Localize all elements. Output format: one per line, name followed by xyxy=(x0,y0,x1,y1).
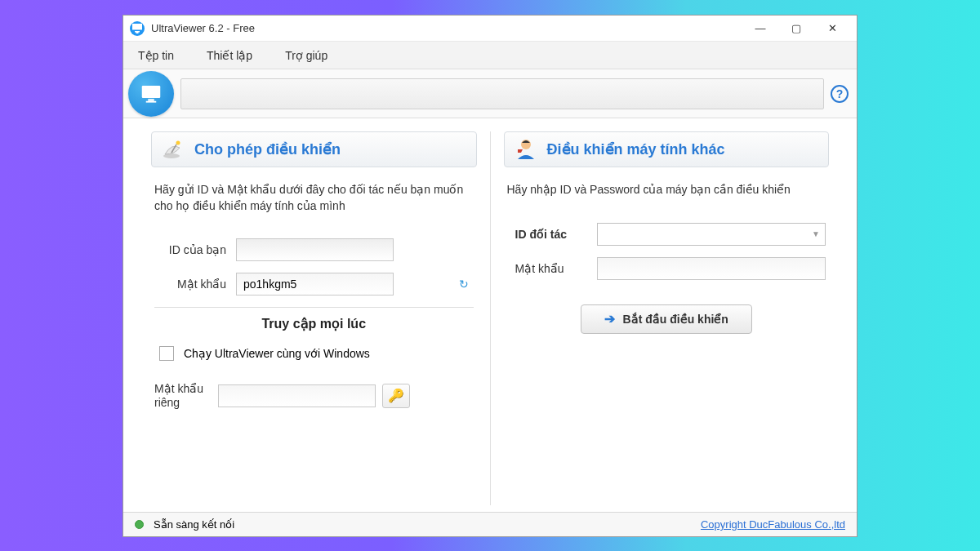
partner-password-field[interactable] xyxy=(597,257,826,280)
startup-checkbox-label: Chạy UltraViewer cùng với Windows xyxy=(184,347,370,360)
maximize-button[interactable]: ▢ xyxy=(778,17,814,40)
control-other-desc: Hãy nhập ID và Password của máy bạn cần … xyxy=(504,182,830,198)
key-icon: 🔑 xyxy=(388,388,404,403)
svg-rect-2 xyxy=(146,100,157,102)
your-id-field[interactable] xyxy=(236,238,394,261)
menu-file[interactable]: Tệp tin xyxy=(133,46,179,65)
svg-point-4 xyxy=(176,141,180,145)
your-password-label: Mật khẩu xyxy=(154,278,236,291)
menu-help[interactable]: Trợ giúp xyxy=(280,46,332,65)
anytime-access-header: Truy cập mọi lúc xyxy=(151,316,477,331)
app-icon xyxy=(130,21,145,36)
refresh-password-icon[interactable]: ↻ xyxy=(459,278,469,291)
set-password-button[interactable]: 🔑 xyxy=(382,384,410,408)
start-control-button[interactable]: ➔ Bắt đầu điều khiển xyxy=(581,304,752,334)
window-title: UltraViewer 6.2 - Free xyxy=(151,22,255,34)
statusbar: Sẵn sàng kết nối Copyright DucFabulous C… xyxy=(123,512,857,536)
startup-checkbox[interactable] xyxy=(159,346,174,361)
toolbar: ? xyxy=(123,69,857,118)
allow-control-header: Cho phép điều khiển xyxy=(151,131,477,167)
your-password-field[interactable] xyxy=(236,273,394,295)
allow-control-title: Cho phép điều khiển xyxy=(194,140,341,158)
main-content: Cho phép điều khiển Hãy gửi ID và Mật kh… xyxy=(123,118,857,512)
partner-id-label: ID đối tác xyxy=(507,228,597,241)
close-button[interactable]: ✕ xyxy=(814,17,850,40)
status-text: Sẵn sàng kết nối xyxy=(154,518,234,531)
app-logo-icon xyxy=(128,71,174,117)
arrow-right-icon: ➔ xyxy=(604,311,615,327)
partner-id-combo[interactable]: ▼ xyxy=(597,223,826,246)
menubar: Tệp tin Thiết lập Trợ giúp xyxy=(123,42,857,69)
control-other-title: Điều khiển máy tính khác xyxy=(547,140,725,158)
allow-control-panel: Cho phép điều khiển Hãy gửi ID và Mật kh… xyxy=(138,131,491,505)
minimize-button[interactable]: — xyxy=(742,17,778,40)
app-window: UltraViewer 6.2 - Free — ▢ ✕ Tệp tin Thi… xyxy=(122,15,858,537)
status-indicator-icon xyxy=(135,520,144,529)
copyright-link[interactable]: Copyright DucFabulous Co.,ltd xyxy=(701,518,845,531)
menu-settings[interactable]: Thiết lập xyxy=(202,46,257,65)
your-id-label: ID của bạn xyxy=(154,243,236,256)
private-password-label: Mật khẩu riêng xyxy=(154,382,212,410)
toolbar-banner xyxy=(180,78,824,109)
control-other-header: Điều khiển máy tính khác xyxy=(504,131,830,167)
private-password-field[interactable] xyxy=(218,384,376,407)
titlebar: UltraViewer 6.2 - Free — ▢ ✕ xyxy=(123,16,857,42)
chevron-down-icon: ▼ xyxy=(812,229,820,238)
start-control-label: Bắt đầu điều khiển xyxy=(623,313,728,326)
satellite-icon xyxy=(160,136,186,162)
svg-rect-0 xyxy=(142,86,161,98)
allow-control-desc: Hãy gửi ID và Mật khẩu dưới đây cho đối … xyxy=(151,182,477,214)
person-icon xyxy=(513,136,539,162)
svg-rect-1 xyxy=(148,99,154,101)
partner-password-label: Mật khẩu xyxy=(507,262,597,275)
help-icon[interactable]: ? xyxy=(831,85,849,103)
divider xyxy=(154,307,474,308)
control-other-panel: Điều khiển máy tính khác Hãy nhập ID và … xyxy=(491,131,843,505)
